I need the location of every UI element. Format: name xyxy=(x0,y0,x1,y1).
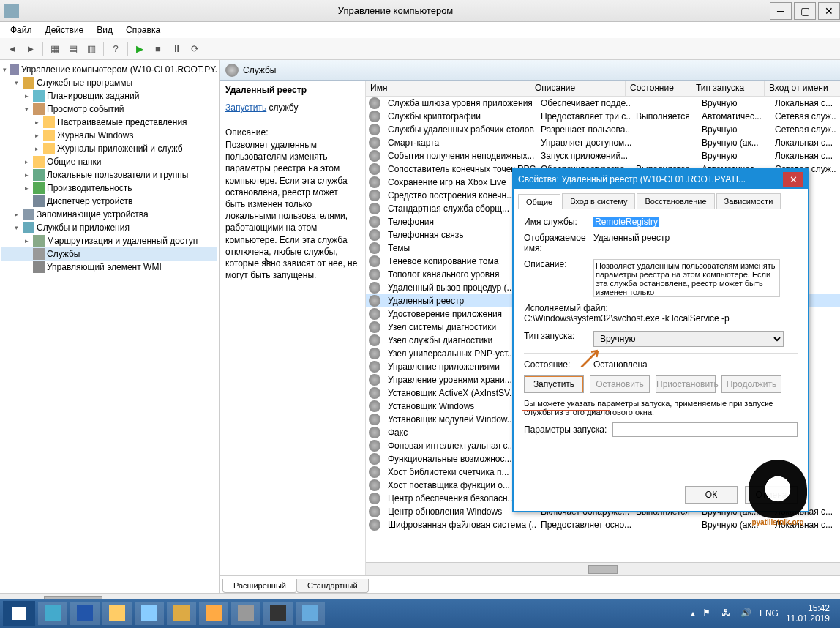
params-input[interactable] xyxy=(612,422,798,437)
tab-deps[interactable]: Зависимости xyxy=(716,193,781,209)
tree-services[interactable]: Службы xyxy=(47,249,80,259)
gear-icon xyxy=(369,269,380,280)
service-row[interactable]: События получения неподвижных...Запуск п… xyxy=(366,149,840,162)
col-desc[interactable]: Описание xyxy=(530,81,626,96)
detail-service-name: Удаленный реестр xyxy=(225,85,359,95)
tree-shared[interactable]: Общие папки xyxy=(47,157,101,167)
tray-up-icon[interactable]: ▴ xyxy=(691,608,695,618)
tray-flag-icon[interactable]: ⚑ xyxy=(702,608,714,619)
tab-logon[interactable]: Вход в систему xyxy=(562,193,635,209)
annotation-underline xyxy=(522,410,610,411)
h-scrollbar[interactable] xyxy=(366,562,840,575)
service-row[interactable]: Служба шлюза уровня приложенияОбеспечива… xyxy=(366,97,840,110)
taskbar[interactable]: ▴ ⚑ 🖧 🔊 ENG 15:4211.01.2019 xyxy=(0,599,840,628)
start-button[interactable] xyxy=(3,601,35,626)
tray-clock[interactable]: 15:4211.01.2019 xyxy=(786,603,830,624)
mid-title: Службы xyxy=(243,65,276,75)
menu-help[interactable]: Справка xyxy=(120,23,166,37)
gear-icon xyxy=(369,137,380,149)
tree-root[interactable]: Управление компьютером (W10-CL01.ROOT.PY… xyxy=(21,64,217,75)
menu-view[interactable]: Вид xyxy=(91,23,119,37)
col-logon[interactable]: Вход от имени xyxy=(765,81,830,96)
gear-icon xyxy=(369,203,380,214)
gear-icon xyxy=(369,493,380,504)
service-row[interactable]: Службы криптографииПредоставляет три с..… xyxy=(366,110,840,123)
tree-svcapps[interactable]: Службы и приложения xyxy=(37,223,130,233)
dialog-title: Свойства: Удаленный реестр (W10-CL01.ROO… xyxy=(518,174,783,184)
gear-icon xyxy=(369,176,380,188)
list-icon[interactable]: ▤ xyxy=(65,41,81,57)
tree-users[interactable]: Локальные пользователи и группы xyxy=(47,170,188,180)
service-row[interactable]: Шифрованная файловая система (...Предост… xyxy=(366,518,840,531)
taskbar-app-8[interactable] xyxy=(263,602,293,625)
tree-systools[interactable]: Служебные программы xyxy=(37,78,132,88)
properties-dialog: Свойства: Удаленный реестр (W10-CL01.ROO… xyxy=(512,168,809,512)
menu-file[interactable]: Файл xyxy=(4,23,38,37)
titlebar: Управление компьютером ─ ▢ ✕ xyxy=(0,0,840,22)
cancel-button[interactable]: Отмена xyxy=(745,486,798,504)
tree-eventviewer[interactable]: Просмотр событий xyxy=(47,104,124,114)
col-state[interactable]: Состояние xyxy=(626,81,691,96)
taskbar-app-6[interactable] xyxy=(199,602,228,625)
play-icon[interactable]: ▶ xyxy=(132,41,148,57)
list-header[interactable]: Имя Описание Состояние Тип запуска Вход … xyxy=(366,81,840,97)
pause-icon[interactable]: ⏸ xyxy=(168,41,184,57)
service-row[interactable]: Смарт-картаУправляет доступом...Вручную … xyxy=(366,136,840,149)
svc-name-value[interactable]: RemoteRegistry xyxy=(593,217,659,227)
tree-winlogs[interactable]: Журналы Windows xyxy=(57,130,133,141)
tree-wmi[interactable]: Управляющий элемент WMI xyxy=(47,262,162,272)
tab-extended[interactable]: Расширенный xyxy=(222,579,297,593)
gear-icon xyxy=(369,400,380,412)
tray-sound-icon[interactable]: 🔊 xyxy=(740,608,752,619)
taskbar-app-5[interactable] xyxy=(167,602,196,625)
tree-routing[interactable]: Маршрутизация и удаленный доступ xyxy=(47,236,198,246)
dialog-titlebar[interactable]: Свойства: Удаленный реестр (W10-CL01.ROO… xyxy=(514,170,808,189)
tree-customviews[interactable]: Настраиваемые представления xyxy=(57,117,187,127)
tree-devmgr[interactable]: Диспетчер устройств xyxy=(47,196,132,206)
tree-applogs[interactable]: Журналы приложений и служб xyxy=(57,143,183,154)
state-label: Состояние: xyxy=(524,359,593,370)
maximize-button[interactable]: ▢ xyxy=(794,2,816,20)
tree-panel[interactable]: ▾Управление компьютером (W10-CL01.ROOT.P… xyxy=(0,60,220,593)
gear-icon xyxy=(369,295,380,307)
tree-scheduler[interactable]: Планировщик заданий xyxy=(47,91,139,101)
taskbar-app-1[interactable] xyxy=(38,602,67,625)
gear-icon xyxy=(369,466,380,478)
gear-icon xyxy=(369,308,380,320)
stop-icon[interactable]: ■ xyxy=(150,41,166,57)
taskbar-app-2[interactable] xyxy=(70,602,100,625)
tray-network-icon[interactable]: 🖧 xyxy=(721,608,733,619)
restart-icon[interactable]: ⟳ xyxy=(187,41,203,57)
menu-action[interactable]: Действие xyxy=(40,23,90,37)
tab-recovery[interactable]: Восстановление xyxy=(637,193,714,209)
help-icon[interactable]: ? xyxy=(108,41,124,57)
tray-lang[interactable]: ENG xyxy=(760,608,779,618)
ok-button[interactable]: ОК xyxy=(685,486,738,504)
back-icon[interactable]: ◄ xyxy=(4,41,20,57)
minimize-button[interactable]: ─ xyxy=(770,2,792,20)
close-button[interactable]: ✕ xyxy=(818,2,840,20)
starttype-select[interactable]: Вручную xyxy=(593,331,784,347)
start-button[interactable]: Запустить xyxy=(524,375,584,393)
tree-storage[interactable]: Запоминающие устройства xyxy=(37,209,149,220)
tree-perf[interactable]: Производительность xyxy=(47,183,132,193)
taskbar-app-7[interactable] xyxy=(231,602,260,625)
taskbar-app-3[interactable] xyxy=(102,602,132,625)
dialog-close-button[interactable]: ✕ xyxy=(783,172,803,187)
service-row[interactable]: Службы удаленных рабочих столовРазрешает… xyxy=(366,123,840,136)
desc-textarea[interactable]: Позволяет удаленным пользователям изменя… xyxy=(593,259,780,297)
hint-text: Вы можете указать параметры запуска, при… xyxy=(524,399,798,416)
forward-icon[interactable]: ► xyxy=(23,41,39,57)
tab-general[interactable]: Общие xyxy=(518,194,560,209)
gear-icon xyxy=(369,519,380,531)
grid-icon[interactable]: ▦ xyxy=(47,41,63,57)
taskbar-app-4[interactable] xyxy=(135,602,164,625)
exec-label: Исполняемый файл: xyxy=(524,303,798,313)
detail-icon[interactable]: ▥ xyxy=(83,41,100,57)
start-link[interactable]: Запустить xyxy=(225,102,266,113)
col-start[interactable]: Тип запуска xyxy=(691,81,765,96)
taskbar-app-9[interactable] xyxy=(296,602,325,625)
gear-icon xyxy=(369,150,380,162)
col-name[interactable]: Имя xyxy=(366,81,530,96)
tab-standard[interactable]: Стандартный xyxy=(296,579,369,593)
